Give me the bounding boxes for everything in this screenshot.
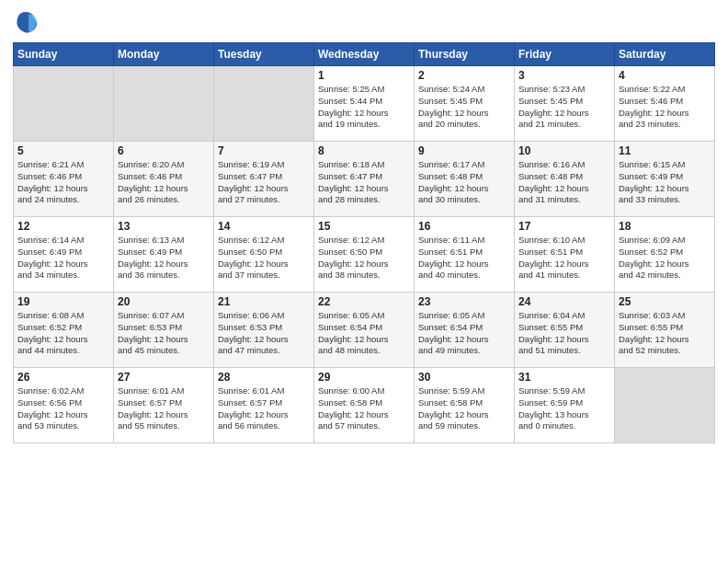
day-info: Sunrise: 6:09 AM Sunset: 6:52 PM Dayligh…	[619, 235, 711, 282]
day-info: Sunrise: 6:19 AM Sunset: 6:47 PM Dayligh…	[218, 159, 310, 206]
day-cell: 16Sunrise: 6:11 AM Sunset: 6:51 PM Dayli…	[415, 217, 515, 293]
day-number: 16	[418, 220, 510, 233]
day-info: Sunrise: 6:18 AM Sunset: 6:47 PM Dayligh…	[318, 159, 410, 206]
week-row-1: 1Sunrise: 5:25 AM Sunset: 5:44 PM Daylig…	[14, 66, 715, 142]
day-number: 6	[118, 144, 210, 157]
weekday-header-tuesday: Tuesday	[214, 43, 314, 66]
day-info: Sunrise: 6:06 AM Sunset: 6:53 PM Dayligh…	[218, 310, 310, 357]
day-number: 4	[619, 69, 711, 82]
day-number: 31	[518, 371, 610, 384]
calendar-page: SundayMondayTuesdayWednesdayThursdayFrid…	[0, 0, 728, 563]
day-cell: 29Sunrise: 6:00 AM Sunset: 6:58 PM Dayli…	[314, 368, 415, 443]
day-cell: 21Sunrise: 6:06 AM Sunset: 6:53 PM Dayli…	[214, 293, 314, 368]
calendar-table: SundayMondayTuesdayWednesdayThursdayFrid…	[13, 42, 715, 443]
day-info: Sunrise: 6:15 AM Sunset: 6:49 PM Dayligh…	[619, 159, 711, 206]
day-info: Sunrise: 6:16 AM Sunset: 6:48 PM Dayligh…	[518, 159, 610, 206]
day-number: 21	[218, 295, 310, 308]
day-number: 2	[418, 69, 510, 82]
weekday-header-sunday: Sunday	[14, 43, 114, 66]
day-number: 7	[218, 144, 310, 157]
day-cell: 10Sunrise: 6:16 AM Sunset: 6:48 PM Dayli…	[515, 142, 615, 217]
day-number: 27	[118, 371, 210, 384]
day-number: 22	[318, 295, 410, 308]
day-cell: 11Sunrise: 6:15 AM Sunset: 6:49 PM Dayli…	[615, 142, 715, 217]
day-cell: 4Sunrise: 5:22 AM Sunset: 5:46 PM Daylig…	[615, 66, 715, 142]
day-cell: 22Sunrise: 6:05 AM Sunset: 6:54 PM Dayli…	[314, 293, 415, 368]
day-cell: 23Sunrise: 6:05 AM Sunset: 6:54 PM Dayli…	[415, 293, 515, 368]
day-info: Sunrise: 6:10 AM Sunset: 6:51 PM Dayligh…	[518, 235, 610, 282]
day-cell	[615, 368, 715, 443]
day-number: 18	[619, 220, 711, 233]
day-cell: 25Sunrise: 6:03 AM Sunset: 6:55 PM Dayli…	[615, 293, 715, 368]
day-cell: 18Sunrise: 6:09 AM Sunset: 6:52 PM Dayli…	[615, 217, 715, 293]
day-info: Sunrise: 6:14 AM Sunset: 6:49 PM Dayligh…	[17, 235, 109, 282]
weekday-header-monday: Monday	[114, 43, 214, 66]
logo	[13, 9, 42, 35]
day-cell	[214, 66, 314, 142]
day-cell: 6Sunrise: 6:20 AM Sunset: 6:46 PM Daylig…	[114, 142, 214, 217]
weekday-header-friday: Friday	[515, 43, 615, 66]
day-cell: 1Sunrise: 5:25 AM Sunset: 5:44 PM Daylig…	[314, 66, 415, 142]
day-info: Sunrise: 6:03 AM Sunset: 6:55 PM Dayligh…	[619, 310, 711, 357]
day-number: 15	[318, 220, 410, 233]
day-info: Sunrise: 6:13 AM Sunset: 6:49 PM Dayligh…	[118, 235, 210, 282]
day-number: 26	[17, 371, 109, 384]
day-number: 24	[518, 295, 610, 308]
day-info: Sunrise: 6:01 AM Sunset: 6:57 PM Dayligh…	[118, 385, 210, 432]
day-number: 14	[218, 220, 310, 233]
header	[13, 9, 715, 35]
day-number: 3	[518, 69, 610, 82]
day-cell: 15Sunrise: 6:12 AM Sunset: 6:50 PM Dayli…	[314, 217, 415, 293]
day-cell: 7Sunrise: 6:19 AM Sunset: 6:47 PM Daylig…	[214, 142, 314, 217]
day-info: Sunrise: 6:17 AM Sunset: 6:48 PM Dayligh…	[418, 159, 510, 206]
day-number: 20	[118, 295, 210, 308]
day-number: 30	[418, 371, 510, 384]
day-cell: 19Sunrise: 6:08 AM Sunset: 6:52 PM Dayli…	[14, 293, 114, 368]
day-number: 11	[619, 144, 711, 157]
day-number: 29	[318, 371, 410, 384]
day-cell: 20Sunrise: 6:07 AM Sunset: 6:53 PM Dayli…	[114, 293, 214, 368]
day-cell: 24Sunrise: 6:04 AM Sunset: 6:55 PM Dayli…	[515, 293, 615, 368]
day-number: 10	[518, 144, 610, 157]
day-info: Sunrise: 6:11 AM Sunset: 6:51 PM Dayligh…	[418, 235, 510, 282]
day-cell	[14, 66, 114, 142]
day-number: 28	[218, 371, 310, 384]
day-info: Sunrise: 6:21 AM Sunset: 6:46 PM Dayligh…	[17, 159, 109, 206]
day-cell: 5Sunrise: 6:21 AM Sunset: 6:46 PM Daylig…	[14, 142, 114, 217]
day-info: Sunrise: 6:20 AM Sunset: 6:46 PM Dayligh…	[118, 159, 210, 206]
day-cell: 2Sunrise: 5:24 AM Sunset: 5:45 PM Daylig…	[415, 66, 515, 142]
day-info: Sunrise: 5:24 AM Sunset: 5:45 PM Dayligh…	[418, 84, 510, 131]
day-info: Sunrise: 5:23 AM Sunset: 5:45 PM Dayligh…	[518, 84, 610, 131]
week-row-2: 5Sunrise: 6:21 AM Sunset: 6:46 PM Daylig…	[14, 142, 715, 217]
logo-icon	[13, 9, 39, 35]
day-number: 23	[418, 295, 510, 308]
weekday-header-saturday: Saturday	[615, 43, 715, 66]
day-number: 9	[418, 144, 510, 157]
day-number: 17	[518, 220, 610, 233]
day-number: 5	[17, 144, 109, 157]
day-number: 1	[318, 69, 410, 82]
day-info: Sunrise: 6:04 AM Sunset: 6:55 PM Dayligh…	[518, 310, 610, 357]
day-cell: 17Sunrise: 6:10 AM Sunset: 6:51 PM Dayli…	[515, 217, 615, 293]
day-info: Sunrise: 6:02 AM Sunset: 6:56 PM Dayligh…	[17, 385, 109, 432]
day-info: Sunrise: 6:05 AM Sunset: 6:54 PM Dayligh…	[418, 310, 510, 357]
week-row-3: 12Sunrise: 6:14 AM Sunset: 6:49 PM Dayli…	[14, 217, 715, 293]
day-info: Sunrise: 5:59 AM Sunset: 6:59 PM Dayligh…	[518, 385, 610, 432]
day-number: 8	[318, 144, 410, 157]
day-info: Sunrise: 5:59 AM Sunset: 6:58 PM Dayligh…	[418, 385, 510, 432]
week-row-5: 26Sunrise: 6:02 AM Sunset: 6:56 PM Dayli…	[14, 368, 715, 443]
day-info: Sunrise: 5:25 AM Sunset: 5:44 PM Dayligh…	[318, 84, 410, 131]
day-cell: 9Sunrise: 6:17 AM Sunset: 6:48 PM Daylig…	[415, 142, 515, 217]
day-number: 19	[17, 295, 109, 308]
day-info: Sunrise: 5:22 AM Sunset: 5:46 PM Dayligh…	[619, 84, 711, 131]
day-info: Sunrise: 6:05 AM Sunset: 6:54 PM Dayligh…	[318, 310, 410, 357]
day-cell: 13Sunrise: 6:13 AM Sunset: 6:49 PM Dayli…	[114, 217, 214, 293]
day-info: Sunrise: 6:12 AM Sunset: 6:50 PM Dayligh…	[218, 235, 310, 282]
day-number: 25	[619, 295, 711, 308]
day-number: 12	[17, 220, 109, 233]
day-info: Sunrise: 6:00 AM Sunset: 6:58 PM Dayligh…	[318, 385, 410, 432]
day-cell: 3Sunrise: 5:23 AM Sunset: 5:45 PM Daylig…	[515, 66, 615, 142]
day-cell: 12Sunrise: 6:14 AM Sunset: 6:49 PM Dayli…	[14, 217, 114, 293]
day-cell: 26Sunrise: 6:02 AM Sunset: 6:56 PM Dayli…	[14, 368, 114, 443]
day-cell: 8Sunrise: 6:18 AM Sunset: 6:47 PM Daylig…	[314, 142, 415, 217]
